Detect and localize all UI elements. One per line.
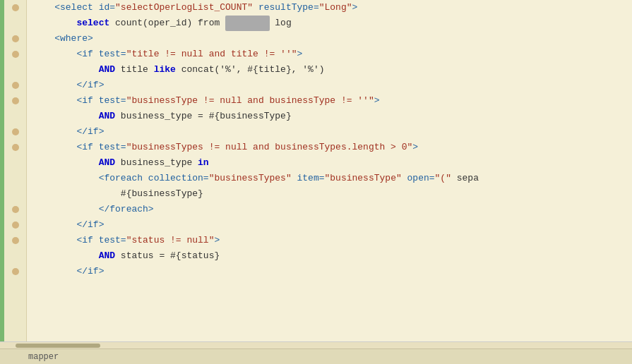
code-line: </if>: [27, 78, 632, 93]
gutter-empty: [12, 66, 19, 73]
code-token-tag: >: [352, 0, 358, 16]
code-token-text-normal: business_type: [121, 155, 198, 171]
gutter-empty: [12, 190, 19, 198]
horizontal-scrollbar[interactable]: [0, 341, 632, 348]
scrollbar-thumb[interactable]: [16, 344, 100, 348]
code-line: <if test="businessTypes != null and busi…: [27, 140, 632, 155]
code-line: select count(oper_id) from log: [27, 16, 632, 31]
code-token-tag: <if: [76, 93, 98, 109]
code-token-tag: </if>: [76, 78, 104, 93]
code-token-text-normal: business_type = #{businessType}: [121, 109, 292, 124]
code-line: AND status = #{status}: [27, 248, 632, 264]
code-token-text-normal: oper_id: [148, 16, 187, 31]
code-token-tag: <if: [76, 47, 98, 62]
code-token-attr-value: "businessTypes": [209, 171, 292, 186]
code-token-attr-value: "(": [435, 171, 451, 186]
code-line: AND title like concat('%', #{title}, '%'…: [27, 62, 632, 78]
gutter-line: [4, 109, 26, 124]
code-token-sql-keyword: AND: [99, 109, 121, 124]
code-token-sql-keyword: in: [198, 155, 209, 171]
code-token-tag: <select: [54, 0, 98, 16]
gutter-line: [4, 248, 26, 264]
code-token-tag: </if>: [76, 264, 104, 279]
code-token-tag: >: [214, 233, 220, 248]
code-token-sql-keyword: like: [154, 62, 181, 78]
code-line: <if test="title != null and title != ''"…: [27, 47, 632, 62]
gutter-empty: [12, 175, 19, 182]
code-token-attr-name: test=: [99, 47, 126, 62]
breakpoint-icon: [12, 222, 19, 229]
code-line: </if>: [27, 264, 632, 279]
code-token-attr-value: "status != null": [126, 233, 215, 248]
code-token-sql-keyword: select: [76, 16, 115, 31]
code-token-tag: </if>: [76, 124, 104, 140]
breakpoint-icon: [12, 144, 19, 151]
code-token-attr-value: "title != null and title != ''": [126, 47, 297, 62]
gutter-line: [4, 62, 26, 78]
code-token-attr-value: "businessType != null and businessType !…: [126, 93, 374, 109]
code-token-attr-value: "businessType": [325, 171, 402, 186]
code-token-tag: <foreach: [99, 171, 148, 186]
status-bar: mapper: [0, 348, 632, 364]
code-line: <foreach collection="businessTypes" item…: [27, 171, 632, 186]
redacted-text: [225, 16, 269, 31]
code-line: <select id="selectOperLogList_COUNT" res…: [27, 0, 632, 16]
code-token-sql-keyword: AND: [99, 62, 121, 78]
gutter-line: [4, 0, 26, 16]
code-token-attr-value: "Long": [319, 0, 352, 16]
breakpoint-icon: [12, 128, 19, 135]
code-token-tag: </if>: [76, 217, 104, 233]
code-line: AND business_type = #{businessType}: [27, 109, 632, 124]
code-content[interactable]: <select id="selectOperLogList_COUNT" res…: [27, 0, 632, 341]
code-line: </if>: [27, 124, 632, 140]
code-token-attr-name: open=: [402, 171, 435, 186]
code-token-text-normal: count(: [115, 16, 148, 31]
code-line: <where>: [27, 31, 632, 47]
code-token-text-normal: log: [270, 16, 292, 31]
gutter-line: [4, 124, 26, 140]
code-line: </foreach>: [27, 202, 632, 217]
breakpoint-icon: [12, 35, 19, 42]
line-gutter: [4, 0, 27, 341]
gutter-empty: [12, 159, 19, 166]
code-token-attr-name: resultType=: [253, 0, 319, 16]
code-line: <if test="status != null">: [27, 233, 632, 248]
breakpoint-icon: [12, 4, 19, 11]
code-line: </if>: [27, 217, 632, 233]
gutter-line: [4, 93, 26, 109]
editor-container: <select id="selectOperLogList_COUNT" res…: [0, 0, 632, 364]
gutter-empty: [12, 20, 19, 27]
breakpoint-icon: [12, 97, 19, 104]
gutter-empty: [12, 253, 19, 260]
gutter-line: [4, 264, 26, 279]
code-token-text-normal: sepa: [451, 171, 479, 186]
status-text: mapper: [28, 352, 59, 362]
code-token-attr-value: "businessTypes != null and businessTypes…: [126, 140, 413, 155]
code-token-sql-keyword: AND: [99, 248, 121, 264]
code-token-text-normal: status = #{status}: [121, 248, 220, 264]
code-token-attr-name: test=: [99, 140, 126, 155]
gutter-line: [4, 186, 26, 202]
code-token-tag: >: [412, 140, 418, 155]
code-token-tag: >: [374, 93, 380, 109]
code-line: <if test="businessType != null and busin…: [27, 93, 632, 109]
code-token-text-normal: concat('%', #{title}, '%'): [181, 62, 325, 78]
gutter-line: [4, 47, 26, 62]
gutter-line: [4, 171, 26, 186]
code-area: <select id="selectOperLogList_COUNT" res…: [0, 0, 632, 341]
code-token-text-normal: title: [121, 62, 154, 78]
code-token-text-normal: #{businessType}: [121, 186, 203, 202]
gutter-empty: [12, 113, 19, 120]
code-token-text-normal: from: [198, 16, 225, 31]
code-token-attr-name: test=: [99, 93, 126, 109]
gutter-line: [4, 31, 26, 47]
gutter-line: [4, 140, 26, 155]
gutter-line: [4, 16, 26, 31]
code-token-tag: >: [297, 47, 303, 62]
code-token-attr-name: id=: [99, 0, 115, 16]
code-token-attr-name: collection=: [148, 171, 209, 186]
code-line: #{businessType}: [27, 186, 632, 202]
code-token-text-normal: ): [186, 16, 198, 31]
code-token-attr-name: test=: [99, 233, 126, 248]
code-token-attr-name: item=: [292, 171, 325, 186]
